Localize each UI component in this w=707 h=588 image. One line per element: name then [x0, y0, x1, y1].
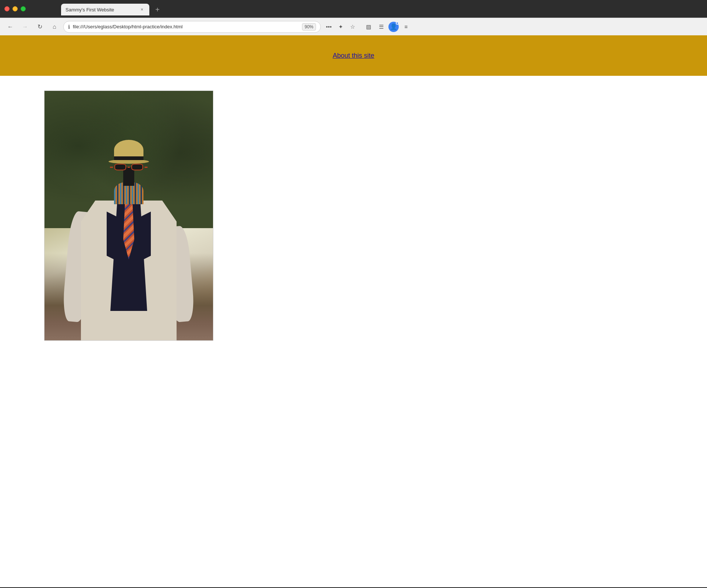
library-icon: ▨ [366, 24, 371, 30]
about-link[interactable]: About this site [333, 52, 374, 60]
maximize-window-button[interactable] [21, 6, 26, 11]
forward-icon: → [22, 24, 28, 30]
security-info-icon: ℹ [68, 24, 70, 30]
home-button[interactable]: ⌂ [49, 21, 60, 33]
zoom-level[interactable]: 90% [302, 23, 316, 31]
pocket-button[interactable]: ✦ [335, 22, 346, 32]
right-lens [131, 164, 143, 170]
more-options-button[interactable]: ••• [324, 22, 334, 32]
sunglasses [110, 164, 148, 170]
back-button[interactable]: ← [4, 21, 16, 33]
new-tab-button[interactable]: + [152, 4, 163, 15]
address-bar[interactable]: ℹ file:///Users/eglass/Desktop/html-prac… [63, 21, 321, 33]
library-button[interactable]: ▨ [363, 22, 374, 32]
left-lens [114, 164, 126, 170]
close-tab-button[interactable]: × [139, 7, 145, 13]
forward-button[interactable]: → [19, 21, 31, 33]
traffic-lights [4, 6, 26, 11]
profile-button[interactable]: 👤 [388, 22, 399, 32]
browser-window: Sammy's First Website × + ← → ↻ ⌂ ℹ file… [0, 0, 707, 587]
reader-view-button[interactable]: ☰ [376, 22, 386, 32]
back-icon: ← [7, 24, 13, 30]
mannequin-image [44, 91, 213, 341]
site-header: About this site [0, 35, 707, 76]
tab-bar: Sammy's First Website × + [32, 2, 188, 15]
nav-bar: ← → ↻ ⌂ ℹ file:///Users/eglass/Desktop/h… [0, 18, 707, 35]
menu-button[interactable]: ≡ [401, 22, 411, 32]
left-arm-glasses [110, 167, 113, 168]
glasses-bridge [128, 167, 130, 168]
home-icon: ⌂ [53, 24, 56, 30]
reader-icon: ☰ [379, 24, 384, 30]
title-bar: Sammy's First Website × + [0, 0, 707, 18]
url-text: file:///Users/eglass/Desktop/html-practi… [73, 24, 299, 29]
right-arm-glasses [145, 167, 148, 168]
nav-right-controls: ▨ ☰ 👤 ≡ [363, 22, 411, 32]
minimize-window-button[interactable] [13, 6, 18, 11]
site-body [0, 76, 707, 341]
hat-band [114, 156, 143, 160]
reload-button[interactable]: ↻ [34, 21, 46, 33]
active-tab[interactable]: Sammy's First Website × [61, 4, 149, 15]
tab-title: Sammy's First Website [65, 7, 136, 13]
website-content: About this site [0, 35, 707, 587]
pocket-icon: ✦ [338, 24, 343, 30]
profile-notification-dot [396, 22, 399, 25]
bookmark-button[interactable]: ☆ [347, 22, 358, 32]
reload-icon: ↻ [38, 23, 42, 30]
star-icon: ☆ [350, 24, 355, 30]
close-window-button[interactable] [4, 6, 10, 11]
nav-actions: ••• ✦ ☆ [324, 22, 358, 32]
figure [70, 91, 188, 340]
